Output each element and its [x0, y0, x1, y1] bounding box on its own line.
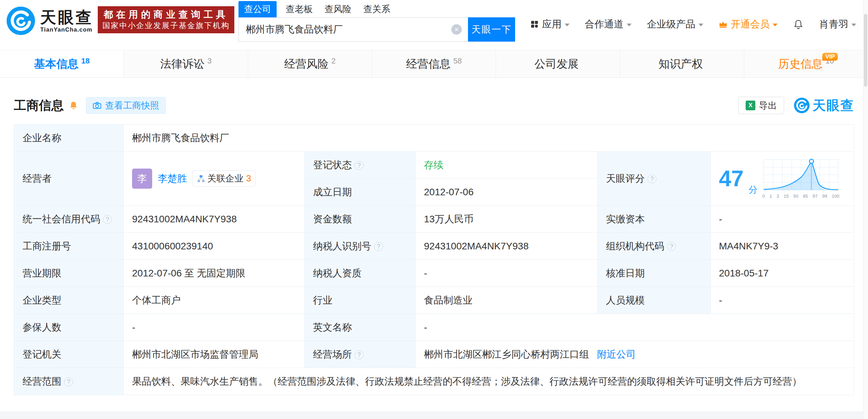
- section-head: 工商信息 查看工商快照 X 导出: [14, 96, 854, 115]
- table-row: 参保人数 - 英文名称 -: [14, 314, 854, 341]
- tab-legal-proceedings[interactable]: 法律诉讼3: [124, 50, 248, 77]
- export-button[interactable]: X 导出: [738, 97, 784, 114]
- watermark-text: 天眼查: [813, 97, 854, 114]
- nav-notifications[interactable]: [793, 19, 804, 30]
- chevron-down-icon: [773, 24, 778, 26]
- table-row: 企业类型 个体工商户 行业 食品制造业 人员规模 -: [14, 287, 854, 314]
- help-icon[interactable]: ?: [355, 350, 364, 359]
- help-icon[interactable]: ?: [64, 377, 73, 386]
- help-icon[interactable]: ?: [648, 174, 657, 183]
- field-label-english-name: 英文名称: [305, 314, 416, 341]
- company-tabbar: 基本信息18 法律诉讼3 经营风险2 经营信息58 公司发展 知识产权 历史信息…: [0, 50, 868, 78]
- tab-label: 经营信息: [406, 58, 451, 70]
- brand-domain: TianYanCha.com: [40, 26, 93, 33]
- search-tabs: 查公司 查老板 查风险 查关系: [238, 2, 515, 17]
- snapshot-button[interactable]: 查看工商快照: [86, 97, 166, 114]
- field-value-company-type: 个体工商户: [124, 287, 305, 314]
- promo-line2: 国家中小企业发展子基金旗下机构: [98, 20, 234, 31]
- operator-name-link[interactable]: 李楚胜: [158, 172, 187, 185]
- nearby-companies-link[interactable]: 附近公司: [597, 349, 636, 360]
- search-area: 查公司 查老板 查风险 查关系 ✕ 天眼一下: [238, 2, 515, 42]
- field-value-business-site: 郴州市北湖区郴江乡同心桥村两江口组 附近公司: [416, 341, 854, 368]
- related-companies-tag[interactable]: 关联企业 3: [192, 170, 255, 187]
- field-label-reg-number: 工商注册号: [14, 233, 124, 260]
- status-badge: 存续: [424, 160, 443, 170]
- tab-history-info[interactable]: 历史信息10 VIP: [744, 50, 868, 77]
- chevron-down-icon: [698, 24, 703, 26]
- field-label-business-site: 经营场所?: [305, 341, 416, 368]
- tab-label: 基本信息: [34, 58, 78, 70]
- tab-label: 公司发展: [535, 58, 579, 70]
- scrollbar-thumb[interactable]: [864, 14, 867, 87]
- table-row: 工商注册号 431000600239140 纳税人识别号? 92431002MA…: [14, 233, 854, 260]
- help-icon[interactable]: ?: [374, 242, 383, 251]
- score-distribution-chart: 01 315 5085 9799 100: [762, 158, 839, 199]
- nav-user[interactable]: 肖青羽: [819, 18, 856, 31]
- help-icon[interactable]: ?: [103, 215, 112, 224]
- export-button-label: 导出: [759, 100, 777, 112]
- help-icon[interactable]: ?: [355, 161, 364, 170]
- search-tab-company[interactable]: 查公司: [238, 1, 277, 17]
- search-tab-relation[interactable]: 查关系: [363, 1, 391, 17]
- vip-badge: VIP: [822, 53, 838, 61]
- tab-count: 2: [331, 57, 336, 65]
- field-value-approve-date: 2018-05-17: [711, 260, 854, 287]
- field-value-reg-number: 431000600239140: [124, 233, 305, 260]
- field-label-company-name: 企业名称: [14, 125, 124, 152]
- field-label-reg-status: 登记状态?: [305, 152, 416, 179]
- table-row: 经营者 李 李楚胜: [14, 152, 854, 179]
- nav-enterprise-label: 企业级产品: [647, 18, 695, 31]
- tianyan-score-unit: 分: [748, 184, 757, 196]
- field-label-business-scope: 经营范围?: [14, 368, 124, 395]
- tab-label: 经营风险: [284, 58, 329, 70]
- nav-partner[interactable]: 合作通道: [585, 18, 632, 31]
- search-input[interactable]: [238, 17, 468, 42]
- tab-count: 58: [453, 57, 462, 65]
- nav-partner-label: 合作通道: [585, 18, 624, 31]
- search-button[interactable]: 天眼一下: [468, 17, 515, 42]
- field-label-insured-count: 参保人数: [14, 314, 124, 341]
- tab-company-development[interactable]: 公司发展: [496, 50, 620, 77]
- tab-count: 3: [207, 57, 211, 65]
- table-row: 营业期限 2012-07-06 至 无固定期限 纳税人资质 - 核准日期 201…: [14, 260, 854, 287]
- related-companies-count: 3: [246, 173, 251, 184]
- camera-icon: [93, 101, 102, 110]
- search-tab-risk[interactable]: 查风险: [324, 1, 352, 17]
- main-content: 工商信息 查看工商快照 X 导出: [0, 96, 868, 395]
- excel-icon: X: [746, 101, 755, 110]
- tab-intellectual-property[interactable]: 知识产权: [620, 50, 744, 77]
- field-label-credit-code: 统一社会信用代码?: [14, 206, 124, 233]
- tianyan-score-value: 47: [719, 168, 744, 190]
- tab-operation-risk[interactable]: 经营风险2: [248, 50, 372, 77]
- field-label-taxpayer-quality: 纳税人资质: [305, 260, 416, 287]
- tab-basic-info[interactable]: 基本信息18: [0, 50, 124, 77]
- field-value-business-term: 2012-07-06 至 无固定期限: [124, 260, 305, 287]
- business-info-table: 企业名称 郴州市腾飞食品饮料厂 经营者 李 李楚胜: [14, 124, 854, 395]
- help-icon[interactable]: ?: [667, 242, 676, 251]
- clear-search-icon[interactable]: ✕: [451, 24, 462, 35]
- tab-label: 知识产权: [659, 58, 703, 70]
- field-value-reg-authority: 郴州市北湖区市场监督管理局: [124, 341, 305, 368]
- table-row: 企业名称 郴州市腾飞食品饮料厂: [14, 125, 854, 152]
- field-value-company-name: 郴州市腾飞食品饮料厂: [124, 125, 854, 152]
- subscribe-bell-icon[interactable]: [69, 101, 78, 110]
- table-row: 经营范围? 果品饮料、果味汽水生产销售。（经营范围涉及法律、行政法规禁止经营的不…: [14, 368, 854, 395]
- tab-operation-info[interactable]: 经营信息58: [372, 50, 496, 77]
- field-value-staff-size: -: [711, 287, 854, 314]
- score-curve: [762, 158, 839, 193]
- operator-avatar[interactable]: 李: [132, 169, 152, 189]
- field-value-taxpayer-id: 92431002MA4NK7Y938: [416, 233, 598, 260]
- search-tab-boss[interactable]: 查老板: [285, 1, 313, 17]
- field-value-org-code: MA4NK7Y9-3: [711, 233, 854, 260]
- nav-vip-label: 开通会员: [731, 18, 770, 31]
- field-label-staff-size: 人员规模: [598, 287, 711, 314]
- brand-logo[interactable]: 天眼查 TianYanCha.com: [6, 6, 93, 35]
- field-label-business-term: 营业期限: [14, 260, 124, 287]
- nav-enterprise[interactable]: 企业级产品: [647, 18, 703, 31]
- scrollbar[interactable]: [863, 0, 868, 419]
- nav-apps[interactable]: 应用: [530, 18, 570, 31]
- field-label-taxpayer-id: 纳税人识别号?: [305, 233, 416, 260]
- field-label-operator: 经营者: [14, 152, 124, 206]
- nav-vip[interactable]: 开通会员: [719, 18, 778, 31]
- field-label-company-type: 企业类型: [14, 287, 124, 314]
